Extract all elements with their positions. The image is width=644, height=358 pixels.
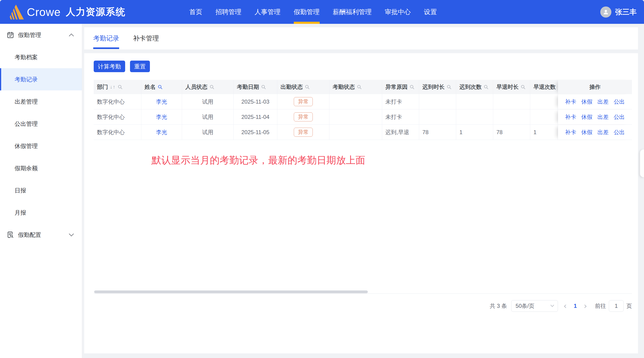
nav-item-home[interactable]: 首页 xyxy=(190,0,202,24)
prev-page-button[interactable]: ‹ xyxy=(562,302,568,310)
sidebar-item-attendance-records[interactable]: 考勤记录 xyxy=(0,68,82,90)
table-row: 数字化中心 李光 试用 2025-11-03 异常 未打卡 补卡 休假 xyxy=(94,94,632,110)
attendance-table: 部门 ↓↑ 姓名 人员状态 考勤日期 xyxy=(94,80,632,294)
search-icon[interactable] xyxy=(209,84,214,90)
sidebar-group-label: 假勤配置 xyxy=(18,231,41,239)
cell-date: 2025-11-05 xyxy=(234,125,277,140)
search-icon[interactable] xyxy=(305,84,310,90)
reclock-action-link[interactable]: 补卡 xyxy=(565,98,576,106)
reclock-action-link[interactable]: 补卡 xyxy=(565,128,576,136)
toolbar: 计算考勤 重置 xyxy=(94,60,632,72)
page-size-select[interactable]: 50条/页 xyxy=(511,300,558,312)
collapsed-panel-handle[interactable] xyxy=(640,149,644,178)
product-title: 人力资源系统 xyxy=(66,6,126,18)
search-icon[interactable] xyxy=(520,84,526,90)
cell-actions: 补卡 休假 出差 公出 xyxy=(558,110,632,124)
page-number-1[interactable]: 1 xyxy=(572,303,578,309)
search-icon[interactable] xyxy=(446,84,452,90)
cell-department: 数字化中心 xyxy=(94,110,141,124)
sidebar-item-daily-report[interactable]: 日报 xyxy=(0,179,82,202)
outing-action-link[interactable]: 公出 xyxy=(614,128,625,136)
abnormal-status-badge[interactable]: 异常 xyxy=(294,97,313,106)
sidebar-item-monthly-report[interactable]: 月报 xyxy=(0,202,82,224)
goto-page-input[interactable] xyxy=(609,300,624,312)
nav-item-attendance[interactable]: 假勤管理 xyxy=(294,0,320,24)
cell-early-duration: 78 xyxy=(493,125,530,140)
user-menu[interactable]: 张三丰 xyxy=(600,0,636,24)
user-avatar xyxy=(600,6,612,18)
page-size-value: 50条/页 xyxy=(516,302,534,310)
cell-name: 李光 xyxy=(141,110,182,124)
content-card: 计算考勤 重置 部门 ↓↑ 姓名 人员状态 xyxy=(84,53,638,353)
cell-early-count: 1 xyxy=(530,125,558,140)
employee-name-link[interactable]: 李光 xyxy=(156,98,167,106)
nav-item-settings[interactable]: 设置 xyxy=(424,0,437,24)
search-icon[interactable] xyxy=(484,84,488,90)
column-header-department[interactable]: 部门 ↓↑ xyxy=(94,80,141,94)
column-header-name[interactable]: 姓名 xyxy=(141,80,182,94)
leave-action-link[interactable]: 休假 xyxy=(581,128,592,136)
tab-reclock-management[interactable]: 补卡管理 xyxy=(133,27,159,50)
horizontal-scrollbar-thumb[interactable] xyxy=(94,290,368,293)
next-page-button[interactable]: › xyxy=(582,302,588,310)
calculate-attendance-button[interactable]: 计算考勤 xyxy=(94,60,125,72)
column-header-late-count[interactable]: 迟到次数 xyxy=(456,80,493,94)
cell-early-count xyxy=(530,94,558,109)
cell-late-count xyxy=(456,110,493,124)
column-header-early-count[interactable]: 早退次数 xyxy=(530,80,558,94)
reclock-action-link[interactable]: 补卡 xyxy=(565,113,576,121)
sidebar-item-outing[interactable]: 公出管理 xyxy=(0,113,82,135)
page-unit-label: 页 xyxy=(626,302,632,310)
reset-button[interactable]: 重置 xyxy=(130,60,150,72)
cell-department: 数字化中心 xyxy=(94,125,141,140)
trip-action-link[interactable]: 出差 xyxy=(598,113,608,121)
nav-item-hr[interactable]: 人事管理 xyxy=(255,0,280,24)
search-icon[interactable] xyxy=(410,84,414,90)
leave-action-link[interactable]: 休假 xyxy=(581,113,592,121)
sort-icon[interactable]: ↓↑ xyxy=(110,84,116,90)
leave-action-link[interactable]: 休假 xyxy=(581,98,592,106)
outing-action-link[interactable]: 公出 xyxy=(614,113,625,121)
search-icon[interactable] xyxy=(261,84,266,90)
cell-attend-status: 异常 xyxy=(277,110,330,124)
abnormal-status-badge[interactable]: 异常 xyxy=(294,112,313,122)
column-header-late-duration[interactable]: 迟到时长 xyxy=(419,80,456,94)
nav-item-recruit[interactable]: 招聘管理 xyxy=(216,0,242,24)
column-header-abnormal-reason[interactable]: 异常原因 xyxy=(382,80,419,94)
employee-name-link[interactable]: 李光 xyxy=(156,128,167,136)
sidebar-item-leave[interactable]: 休假管理 xyxy=(0,135,82,157)
trip-action-link[interactable]: 出差 xyxy=(598,98,608,106)
column-header-check-status[interactable]: 考勤状态 xyxy=(330,80,382,94)
trip-action-link[interactable]: 出差 xyxy=(598,128,608,136)
search-icon[interactable] xyxy=(357,84,362,90)
top-navbar: Crowe 人力资源系统 首页 招聘管理 人事管理 假勤管理 薪酬福利管理 审批… xyxy=(0,0,644,24)
nav-item-approval[interactable]: 审批中心 xyxy=(385,0,411,24)
cell-late-count xyxy=(456,94,493,109)
cell-date: 2025-11-03 xyxy=(234,94,277,109)
crowe-logo-icon xyxy=(7,4,24,20)
search-icon-active[interactable] xyxy=(158,84,162,90)
nav-item-payroll[interactable]: 薪酬福利管理 xyxy=(333,0,372,24)
outing-action-link[interactable]: 公出 xyxy=(614,98,625,106)
tab-attendance-records[interactable]: 考勤记录 xyxy=(93,27,119,50)
sidebar-item-business-trip[interactable]: 出差管理 xyxy=(0,90,82,113)
cell-attend-status: 异常 xyxy=(277,94,330,109)
column-header-date[interactable]: 考勤日期 xyxy=(234,80,277,94)
search-icon[interactable] xyxy=(557,84,558,90)
column-header-attend-status[interactable]: 出勤状态 xyxy=(277,80,330,94)
column-header-early-duration[interactable]: 早退时长 xyxy=(493,80,530,94)
sidebar-group-attendance-config[interactable]: 假勤配置 xyxy=(0,224,82,246)
column-header-person-status[interactable]: 人员状态 xyxy=(182,80,234,94)
sidebar-group-attendance[interactable]: 假勤管理 xyxy=(0,24,82,46)
chevron-down-icon xyxy=(550,303,554,307)
cell-attend-status: 异常 xyxy=(277,125,330,140)
abnormal-status-badge[interactable]: 异常 xyxy=(294,128,313,137)
employee-name-link[interactable]: 李光 xyxy=(156,113,167,121)
sidebar-item-attendance-archive[interactable]: 考勤档案 xyxy=(0,46,82,68)
cell-abnormal-reason: 未打卡 xyxy=(382,110,419,124)
cell-check-status xyxy=(330,125,382,140)
main-area: 考勤记录 补卡管理 计算考勤 重置 部门 ↓↑ 姓名 xyxy=(82,24,644,358)
search-icon[interactable] xyxy=(118,84,122,90)
cell-check-status xyxy=(330,110,382,124)
sidebar-item-leave-balance[interactable]: 假期余额 xyxy=(0,157,82,179)
